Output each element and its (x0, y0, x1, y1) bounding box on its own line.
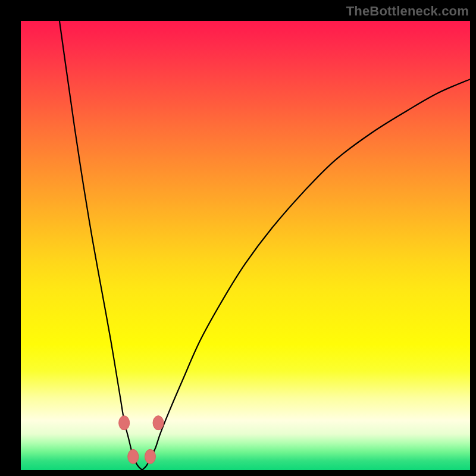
marker-group (119, 416, 164, 464)
left-curve (60, 21, 142, 470)
right-curve (142, 79, 470, 470)
marker-dot (128, 449, 139, 464)
curves-layer (21, 21, 470, 470)
plot-area (21, 21, 470, 470)
marker-dot (119, 416, 130, 430)
marker-dot (145, 449, 155, 464)
watermark-text: TheBottleneck.com (346, 4, 469, 19)
chart-frame: TheBottleneck.com (0, 0, 476, 476)
marker-dot (153, 416, 164, 430)
